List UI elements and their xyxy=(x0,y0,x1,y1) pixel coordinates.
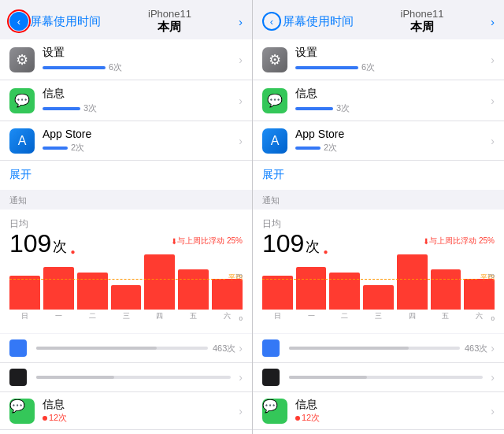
app-info: App Store2次 xyxy=(43,128,235,154)
app-count: 3次 xyxy=(83,102,97,114)
expand-row: 展开 xyxy=(0,161,252,190)
arrow-down-icon: ⬇ xyxy=(423,237,429,246)
bar-group: 六 xyxy=(212,279,243,321)
app-row[interactable]: AApp Store2次› xyxy=(0,121,252,161)
bar-group: 二 xyxy=(77,273,108,321)
red-dot xyxy=(43,416,47,421)
app-name: 信息 xyxy=(43,87,235,101)
expand-link[interactable]: 展开 xyxy=(9,168,32,180)
chart-area: 日一二三四五六平均700 xyxy=(253,259,504,333)
bar-group: 五 xyxy=(178,269,209,321)
app-name: 信息 xyxy=(295,87,487,101)
app-detail-row[interactable]: 💬信息12次› xyxy=(253,392,504,430)
stats-main: 109次●⬇ 与上周比浮动 25% xyxy=(262,231,495,256)
chevron-left-icon: ‹ xyxy=(9,12,28,31)
messages-detail-icon: 💬 xyxy=(9,399,35,424)
app-count: 2次 xyxy=(324,142,337,154)
back-label: 屏幕使用时间 xyxy=(30,14,101,29)
usage-row-2-chevron-icon: › xyxy=(491,371,495,384)
back-button[interactable]: ‹屏幕使用时间 xyxy=(9,12,101,31)
settings-icon: ⚙ xyxy=(9,47,35,72)
usage-row[interactable]: 463次› xyxy=(253,334,504,363)
stats-number: 109 xyxy=(9,231,51,256)
app-detail-count: 12次 xyxy=(302,412,320,424)
y-label-70: 70 xyxy=(235,273,243,280)
progress-bar xyxy=(295,147,321,150)
bar-day-label: 五 xyxy=(190,311,197,321)
bar-day-label: 六 xyxy=(224,311,231,321)
forward-button[interactable]: › xyxy=(239,15,243,28)
average-line xyxy=(9,279,225,280)
bar xyxy=(363,285,394,310)
app-detail-name: 信息 xyxy=(43,398,235,412)
messages-detail-icon: 💬 xyxy=(262,399,287,424)
message-symbol: 💬 xyxy=(267,93,283,108)
bar xyxy=(464,279,495,310)
app-row[interactable]: ⚙设置6次› xyxy=(253,39,504,80)
usage-bar-fill xyxy=(36,347,157,350)
app-name: App Store xyxy=(295,128,487,140)
bar-day-label: 五 xyxy=(442,311,449,321)
notification-dot: ● xyxy=(323,247,328,256)
store-symbol: A xyxy=(271,134,280,148)
app-detail-row[interactable]: 🕐时钟› xyxy=(253,430,504,434)
bar xyxy=(296,267,327,310)
usage-bar-container-2 xyxy=(289,376,483,379)
period-label: 本周 xyxy=(401,20,444,35)
bar-day-label: 二 xyxy=(89,311,96,321)
app-detail-row[interactable]: 🕐时钟› xyxy=(0,430,252,434)
chart-area: 日一二三四五六平均700 xyxy=(0,259,252,333)
msg-symbol: 💬 xyxy=(9,399,25,413)
bar xyxy=(144,254,175,310)
bar-day-label: 二 xyxy=(341,311,348,321)
app-row[interactable]: 💬信息3次› xyxy=(253,80,504,121)
red-dot xyxy=(295,416,300,421)
row-chevron-icon: › xyxy=(491,54,495,66)
usage-list: 463次›› xyxy=(253,334,504,392)
bar-day-label: 一 xyxy=(308,311,315,321)
app-row[interactable]: AApp Store2次› xyxy=(253,121,504,161)
messages-icon: 💬 xyxy=(9,88,35,113)
stats-number: 109 xyxy=(262,231,304,256)
app-detail-sub: 12次 xyxy=(295,412,487,424)
gear-symbol: ⚙ xyxy=(16,51,28,69)
app-name: App Store xyxy=(43,128,235,140)
bar xyxy=(262,276,293,310)
progress-bar xyxy=(43,66,106,69)
back-button[interactable]: ‹屏幕使用时间 xyxy=(262,12,354,31)
app-detail-row[interactable]: 💬信息12次› xyxy=(0,392,252,430)
app-row[interactable]: ⚙设置6次› xyxy=(0,39,252,80)
usage-bar-fill-2 xyxy=(289,376,367,379)
usage-row-2[interactable]: › xyxy=(253,363,504,392)
forward-button[interactable]: › xyxy=(491,15,495,28)
app-name: 设置 xyxy=(43,46,235,60)
app-detail-name: 信息 xyxy=(295,398,487,412)
app-row[interactable]: 💬信息3次› xyxy=(0,80,252,121)
settings-icon: ⚙ xyxy=(262,47,287,72)
usage-row-2[interactable]: › xyxy=(0,363,252,392)
app-detail-count: 12次 xyxy=(49,412,67,424)
usage-count: 463次 xyxy=(213,343,235,354)
bars-row: 日一二三四五六 xyxy=(9,262,243,321)
bar-day-label: 一 xyxy=(55,311,62,321)
bar-day-label: 四 xyxy=(156,311,163,321)
usage-count: 463次 xyxy=(465,343,487,354)
bar-group: 一 xyxy=(296,267,327,321)
appstore-icon: A xyxy=(262,128,287,154)
stats-main: 109次●⬇ 与上周比浮动 25% xyxy=(9,231,243,256)
app-info: 设置6次 xyxy=(43,46,235,73)
expand-link[interactable]: 展开 xyxy=(262,168,284,180)
usage-row[interactable]: 463次› xyxy=(0,334,252,363)
appstore-icon: A xyxy=(9,128,35,154)
message-symbol: 💬 xyxy=(14,93,30,108)
expand-row: 展开 xyxy=(253,161,504,190)
bar-group: 日 xyxy=(9,276,40,321)
row-chevron-icon: › xyxy=(239,54,243,66)
bar-day-label: 三 xyxy=(375,311,382,321)
bar-group: 三 xyxy=(111,285,142,321)
section-header: 通知 xyxy=(0,190,252,210)
panel-right: ‹屏幕使用时间iPhone11本周›⚙设置6次›💬信息3次›AApp Store… xyxy=(252,0,504,434)
bar-group: 四 xyxy=(144,254,175,321)
bar xyxy=(212,279,243,310)
bar-day-label: 三 xyxy=(123,311,130,321)
